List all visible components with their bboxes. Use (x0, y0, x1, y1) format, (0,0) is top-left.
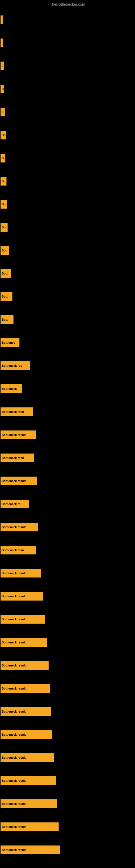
bar-row: B (0, 147, 135, 169)
bottleneck-bar: B (1, 177, 6, 186)
bar-row: Bottleneck (0, 377, 135, 400)
bottleneck-bar: Bottleneck result (1, 661, 49, 670)
bar-row: Bottl (0, 308, 135, 331)
bar-row: Bottleneck resu (0, 446, 135, 469)
bottleneck-bar: Bottleneck result (1, 569, 41, 578)
bar-row: Bottleneck resu (0, 400, 135, 423)
bottleneck-bar: Bottleneck resu (1, 407, 33, 416)
bar-row: Bottleneck result (0, 585, 135, 608)
bottleneck-bar: Bo (1, 223, 8, 231)
bar-row: Bo (0, 193, 135, 216)
bottleneck-bar: Bot (1, 246, 9, 255)
bar-row: Bottleneck result (0, 792, 135, 815)
bottleneck-bar: Bottleneck result (1, 476, 37, 485)
bar-row: | (0, 31, 135, 54)
bottleneck-bar: Bottleneck re (1, 500, 29, 508)
bottleneck-bar: | (1, 16, 3, 24)
bar-row: Bottleneck result (0, 700, 135, 723)
site-title: TheBottlenecker.com (0, 0, 135, 9)
bar-row: Bottl (0, 262, 135, 285)
bottleneck-bar: B (1, 85, 4, 93)
bottleneck-bar: Bottl (1, 315, 13, 324)
bar-row: Bottleneck result (0, 469, 135, 492)
bar-row: Bot (0, 239, 135, 262)
bar-row: Bottleneck result (0, 654, 135, 677)
bar-row: Bottleneck result (0, 769, 135, 792)
bottleneck-bar: Bottl (1, 269, 11, 278)
bottleneck-bar: Bottleneck resu (1, 546, 36, 554)
bar-row: Bottleneck result (0, 423, 135, 446)
bottleneck-bar: Bottleneck result (1, 592, 43, 600)
bottleneck-bar: Bottleneck result (1, 823, 58, 831)
bar-row: Bottlenec (0, 331, 135, 354)
bottleneck-bar: Bottlenec (1, 338, 19, 347)
bottleneck-bar: Bo (1, 131, 6, 140)
bar-row: B (0, 169, 135, 193)
bottleneck-bar: Bottleneck result (1, 799, 57, 808)
bottleneck-bar: Bottleneck result (1, 776, 56, 785)
bar-row: Bottleneck result (0, 561, 135, 585)
bar-row: Bo (0, 216, 135, 239)
bar-row: E (0, 54, 135, 77)
bar-row: Bottl (0, 285, 135, 308)
bottleneck-bar: B (1, 154, 5, 162)
bottleneck-bar: Bottleneck result (1, 431, 36, 439)
bar-row: Bottleneck result (0, 815, 135, 838)
bottleneck-bar: Bottleneck result (1, 523, 38, 531)
bar-row: Bottleneck result (0, 838, 135, 861)
bar-row: Bottleneck res (0, 354, 135, 377)
bottleneck-bar: Bottleneck result (1, 684, 50, 693)
bar-row: Bottleneck result (0, 746, 135, 769)
bottleneck-bar: Bottleneck result (1, 753, 54, 762)
bottleneck-bar: Bottleneck (1, 384, 22, 393)
bottleneck-bar: Bottleneck result (1, 615, 45, 624)
bottleneck-bar: | (1, 38, 3, 47)
bottleneck-bar: Bottl (1, 292, 12, 301)
bar-row: Bottleneck result (0, 677, 135, 700)
bar-row: E (0, 100, 135, 123)
bar-row: Bo (0, 123, 135, 147)
bottleneck-bar: E (1, 108, 5, 116)
bar-row: Bottleneck result (0, 516, 135, 538)
bottleneck-bar: Bottleneck res (1, 361, 30, 370)
bar-row: Bottleneck resu (0, 538, 135, 561)
bottleneck-bar: Bottleneck resu (1, 454, 34, 462)
bottleneck-bar: E (1, 62, 4, 70)
bottleneck-bar: Bottleneck result (1, 707, 51, 716)
bottleneck-bar: Bottleneck result (1, 730, 52, 739)
bar-row: Bottleneck result (0, 631, 135, 654)
bottleneck-bar: Bo (1, 200, 7, 209)
bars-container: ||EBEBoBBBoBoBotBottlBottlBottlBottlenec… (0, 8, 135, 861)
bar-row: | (0, 8, 135, 31)
bar-row: Bottleneck result (0, 608, 135, 631)
bar-row: Bottleneck result (0, 723, 135, 746)
bottleneck-bar: Bottleneck result (1, 845, 60, 854)
bottleneck-bar: Bottleneck result (1, 638, 47, 647)
bar-row: Bottleneck re (0, 492, 135, 516)
bar-row: B (0, 77, 135, 100)
